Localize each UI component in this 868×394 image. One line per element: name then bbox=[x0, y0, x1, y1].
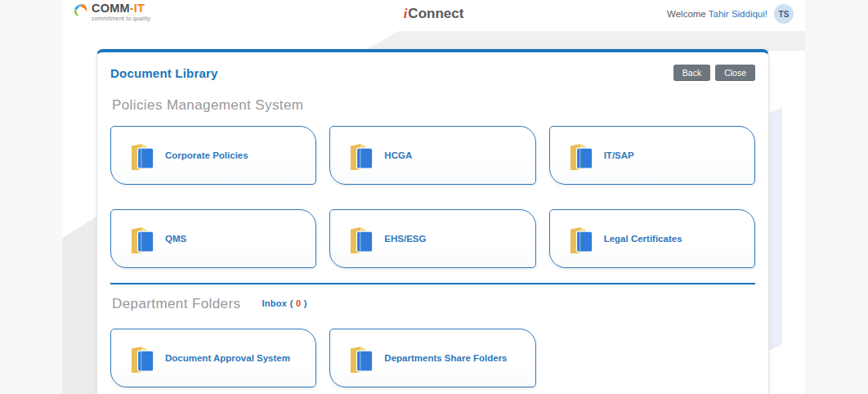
folder-card-label: IT/SAP bbox=[604, 150, 634, 160]
app-title-text: Connect bbox=[408, 6, 463, 21]
brand-logo[interactable]: COMM-IT commitment to quality bbox=[72, 2, 150, 21]
section-divider bbox=[110, 283, 755, 284]
folder-icon bbox=[128, 141, 157, 170]
folder-icon bbox=[347, 224, 376, 253]
department-cards-grid: Document Approval System Departments Sha… bbox=[110, 329, 755, 387]
left-margin-column bbox=[0, 0, 62, 394]
folder-card-document-approval-system[interactable]: Document Approval System bbox=[110, 329, 316, 387]
department-folders-header-row: Department Folders Inbox ( 0 ) bbox=[112, 296, 755, 312]
welcome-message: Welcome Tahir Siddiqui! bbox=[667, 9, 767, 19]
folder-icon bbox=[347, 141, 376, 170]
folder-icon bbox=[128, 343, 157, 373]
panel-buttons: Back Close bbox=[673, 65, 755, 81]
user-area: Welcome Tahir Siddiqui! TS bbox=[667, 4, 794, 24]
folder-icon bbox=[347, 343, 376, 373]
section-title-policies: Policies Management System bbox=[112, 97, 755, 114]
app-title: iConnect bbox=[404, 6, 464, 22]
brand-logo-text: COMM-IT commitment to quality bbox=[92, 2, 150, 21]
right-margin-column bbox=[805, 0, 868, 394]
folder-card-corporate-policies[interactable]: Corporate Policies bbox=[110, 126, 316, 185]
folder-card-hcga[interactable]: HCGA bbox=[329, 126, 535, 185]
folder-card-ehs-esg[interactable]: EHS/ESG bbox=[329, 209, 535, 268]
folder-card-label: HCGA bbox=[384, 150, 412, 160]
panel-header: Document Library Back Close bbox=[110, 65, 755, 81]
page: COMM-IT commitment to quality iConnect W… bbox=[0, 0, 868, 394]
inbox-link[interactable]: Inbox ( 0 ) bbox=[262, 298, 306, 308]
user-name: Tahir Siddiqui! bbox=[709, 9, 767, 19]
folder-card-it-sap[interactable]: IT/SAP bbox=[549, 126, 755, 185]
page-title: Document Library bbox=[110, 66, 218, 80]
close-button[interactable]: Close bbox=[715, 65, 755, 81]
top-bar: COMM-IT commitment to quality iConnect W… bbox=[62, 0, 805, 31]
folder-card-label: QMS bbox=[165, 234, 186, 244]
folder-card-label: Corporate Policies bbox=[165, 150, 248, 160]
policies-cards-grid: Corporate Policies HCGA IT/SAP QMS EHS/E… bbox=[110, 126, 755, 268]
app-viewport: COMM-IT commitment to quality iConnect W… bbox=[62, 0, 805, 394]
folder-card-label: Legal Certificates bbox=[604, 234, 682, 244]
folder-icon bbox=[566, 224, 596, 253]
folder-card-legal-certificates[interactable]: Legal Certificates bbox=[549, 209, 755, 268]
brand-tagline: commitment to quality bbox=[92, 16, 150, 21]
document-library-panel: Document Library Back Close Policies Man… bbox=[96, 49, 769, 394]
app-title-i: i bbox=[404, 6, 408, 21]
folder-card-departments-share-folders[interactable]: Departments Share Folders bbox=[329, 329, 535, 387]
back-button[interactable]: Back bbox=[673, 65, 710, 81]
section-title-departments: Department Folders bbox=[112, 296, 240, 312]
folder-icon bbox=[128, 224, 157, 253]
brand-name: COMM-IT bbox=[92, 2, 150, 15]
folder-card-qms[interactable]: QMS bbox=[110, 209, 316, 268]
folder-card-label: EHS/ESG bbox=[384, 234, 426, 244]
background-diagonal-band bbox=[365, 29, 805, 51]
folder-card-label: Document Approval System bbox=[165, 353, 290, 363]
folder-icon bbox=[566, 141, 596, 170]
avatar[interactable]: TS bbox=[774, 4, 794, 24]
folder-card-label: Departments Share Folders bbox=[384, 353, 507, 363]
brand-logo-icon bbox=[72, 2, 89, 20]
